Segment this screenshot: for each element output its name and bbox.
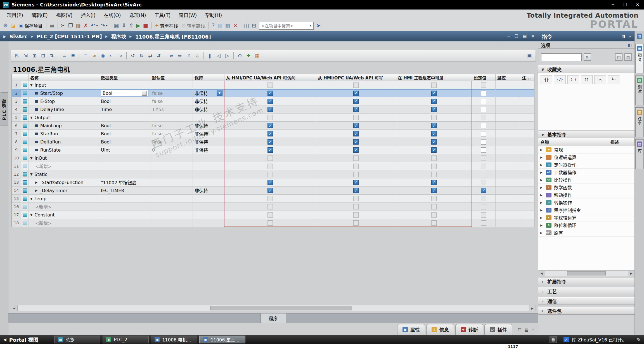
save-project-button[interactable]: ▣保存项目	[17, 22, 44, 30]
table-row[interactable]: 7StarRunBoolfalse非保持✓✓✓	[12, 130, 534, 138]
hmi-visible-checkbox[interactable]: ✓	[431, 147, 437, 153]
data-type-cell[interactable]	[99, 170, 150, 178]
column-header[interactable]: 数据类型	[99, 74, 150, 81]
breadcrumb-item[interactable]: PLC_2 [CPU 1511-1 PN]	[37, 34, 102, 39]
data-type-cell[interactable]: Time	[99, 105, 150, 113]
favorite-instruction-icon[interactable]: →┐	[594, 75, 606, 84]
retain-cell[interactable]	[193, 219, 224, 227]
data-type-cell[interactable]	[99, 162, 150, 170]
start-cpu-icon[interactable]: ▶	[135, 22, 141, 29]
compile-icon[interactable]: ▦	[113, 22, 120, 29]
table-row[interactable]: 12▼Static	[12, 170, 534, 178]
default-value-cell[interactable]: false	[150, 89, 193, 97]
variable-name-cell[interactable]: ▼Output	[29, 114, 99, 121]
retain-cell[interactable]: 非保持	[193, 97, 224, 105]
menu-item[interactable]: 插入(I)	[77, 10, 100, 20]
step-forward-icon[interactable]: ▷	[223, 52, 231, 60]
close-window-icon[interactable]: ✕	[634, 2, 641, 7]
search-filter-button[interactable]: ⇅	[584, 53, 591, 61]
data-type-cell[interactable]	[99, 81, 150, 89]
retain-cell[interactable]	[193, 203, 224, 211]
inspector-tab-plugins[interactable]: ▱插件	[484, 324, 512, 335]
download-to-device-icon[interactable]: ⇩	[121, 22, 127, 29]
menu-item[interactable]: 窗口(W)	[175, 10, 201, 20]
hmi-writable-checkbox[interactable]: ✓	[353, 147, 359, 153]
default-value-cell[interactable]	[150, 219, 193, 227]
retain-cell[interactable]: 非保持	[193, 130, 224, 138]
table-row[interactable]: 13▶_Start/StopFunction"11002.单按钮启...✓✓✓	[12, 178, 534, 187]
instruction-category[interactable]: ▶⇄转换操作	[538, 199, 634, 206]
variable-name-cell[interactable]: ▼Input	[29, 81, 99, 89]
undo-button[interactable]: ↶▾	[90, 22, 99, 29]
variable-name-cell[interactable]: DeltaRun	[29, 138, 99, 146]
hmi-accessible-checkbox[interactable]: ✓	[267, 123, 273, 128]
default-value-cell[interactable]	[150, 187, 193, 194]
variable-name-cell[interactable]: <新增>	[29, 219, 99, 227]
breadcrumb-item[interactable]: SivArc	[10, 34, 27, 39]
insert-row-after-icon[interactable]: ⊞	[30, 52, 38, 60]
copy-snapshot-icon[interactable]: ⇤	[108, 52, 115, 60]
table-row[interactable]: 18<新增>	[12, 219, 534, 227]
hmi-writable-checkbox[interactable]: ✓	[353, 107, 359, 112]
data-type-cell[interactable]: Bool	[99, 97, 150, 105]
expand-category-icon[interactable]: ▶	[540, 194, 543, 197]
data-type-cell[interactable]: IEC_TIMER	[99, 187, 150, 194]
expand-all-icon[interactable]: ≡	[60, 52, 68, 60]
editor-window-control-icon[interactable]: ❐	[515, 34, 518, 39]
setpoint-checkbox[interactable]	[481, 123, 486, 128]
default-value-cell[interactable]	[150, 203, 193, 211]
expand-category-icon[interactable]: ▶	[540, 216, 543, 219]
scroll-left-icon[interactable]: ◀	[11, 305, 18, 311]
variable-name-cell[interactable]: ▼InOut	[29, 154, 99, 162]
reset-start-values-icon[interactable]: ↺	[129, 52, 137, 60]
side-tab-testing[interactable]: ▧测试	[635, 76, 644, 105]
instructions-horizontal-scrollbar[interactable]: ◀ ▶	[538, 270, 634, 276]
hmi-visible-checkbox[interactable]: ✓	[431, 180, 437, 185]
retain-cell[interactable]: 非保持	[193, 146, 224, 154]
table-row[interactable]: 16<新增>	[12, 203, 534, 211]
table-row[interactable]: 15▼Temp	[12, 195, 534, 203]
default-value-cell[interactable]: false	[150, 130, 193, 138]
editor-detail-view-icon[interactable]: ▣	[525, 52, 533, 60]
left-tab-plc-programming[interactable]: PLC 编程	[1, 92, 8, 126]
swap-icon[interactable]: ⇄	[146, 52, 154, 60]
hmi-accessible-checkbox[interactable]: ✓	[267, 91, 273, 96]
load-start-values-icon[interactable]: ⇥	[116, 52, 124, 60]
instruction-category[interactable]: ▶±数学函数	[538, 184, 634, 191]
data-type-cell[interactable]	[99, 114, 150, 121]
panel-control-icon[interactable]: ─	[532, 327, 534, 332]
table-row[interactable]: 17▼Constant	[12, 211, 534, 219]
cut-icon[interactable]: ✂	[60, 22, 67, 29]
panel-dock-icon[interactable]: ◨	[622, 34, 625, 39]
hmi-visible-checkbox[interactable]: ✓	[431, 107, 437, 112]
instruction-category[interactable]: ▶↩程序控制指令	[538, 206, 634, 214]
section-favorites[interactable]: ∨ 收藏夹	[538, 65, 634, 73]
default-value-cell[interactable]: T#5s	[150, 105, 193, 113]
table-row[interactable]: 1▼Input	[12, 81, 534, 89]
transfer-icon[interactable]: ⇵	[155, 52, 163, 60]
menu-item[interactable]: 项目(P)	[3, 10, 27, 20]
table-row[interactable]: 6MainLoopBoolfalse非保持✓✓✓	[12, 122, 534, 130]
retain-cell[interactable]	[193, 195, 224, 202]
step-back-icon[interactable]: ◁	[215, 52, 222, 60]
online-diagnostics-icon[interactable]: ?	[211, 22, 216, 29]
hmi-writable-checkbox[interactable]: ✓	[353, 123, 359, 128]
instruction-category[interactable]: ▶+1计数器操作	[538, 169, 634, 176]
variable-name-cell[interactable]: <新增>	[29, 203, 99, 211]
column-header[interactable]: 默认值	[150, 74, 193, 81]
retain-dropdown-icon[interactable]: ▼	[217, 90, 222, 96]
inspector-tab-properties[interactable]: ▣属性	[397, 324, 425, 335]
column-header[interactable]: 从 HMI/OPC UA/Web API 可写	[316, 74, 396, 81]
delete-icon[interactable]: ✗	[82, 22, 89, 29]
hmi-writable-checkbox[interactable]: ✓	[353, 188, 359, 193]
table-row[interactable]: 8DeltaRunBoolfalse非保持✓✓✓	[12, 138, 534, 146]
taskbar-item[interactable]: ▣11006.电机...	[151, 336, 197, 343]
breadcrumb-item[interactable]: 程序块	[111, 33, 126, 40]
table-row[interactable]: 5▼Output	[12, 114, 534, 122]
hmi-accessible-checkbox[interactable]: ✓	[267, 188, 273, 193]
expand-category-icon[interactable]: ▶	[540, 148, 543, 151]
section-option-packages[interactable]: ›选件包	[538, 307, 634, 315]
retain-cell[interactable]	[193, 170, 224, 178]
expand-struct-icon[interactable]: ▶	[35, 181, 37, 184]
menu-item[interactable]: 编辑(E)	[27, 10, 52, 20]
